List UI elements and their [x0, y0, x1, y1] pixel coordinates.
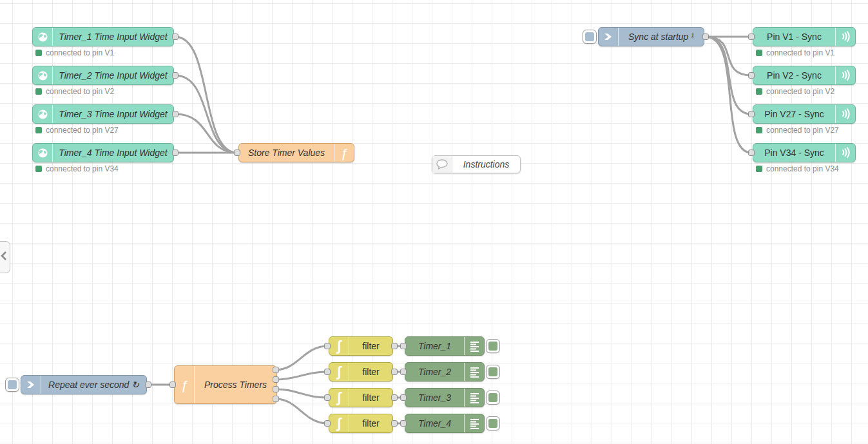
- status-dot-icon: [756, 127, 762, 133]
- port-input[interactable]: [748, 34, 755, 40]
- debug-toggle-button[interactable]: [486, 416, 500, 430]
- node-label: filter: [349, 337, 392, 355]
- port-output[interactable]: [391, 369, 398, 375]
- wire[interactable]: [175, 114, 237, 153]
- node-label: Timer_4 Time Input Widget: [53, 144, 173, 162]
- node-status: connected to pin V34: [756, 164, 839, 173]
- node-debug-timer-2[interactable]: Timer_2: [405, 362, 485, 381]
- node-timer-widget-3[interactable]: Timer_3 Time Input Widget: [32, 104, 174, 124]
- port-output[interactable]: [172, 111, 178, 117]
- port-input[interactable]: [748, 72, 755, 79]
- port-output[interactable]: [145, 381, 151, 388]
- flow-canvas[interactable]: Timer_1 Time Input Widget Timer_2 Time I…: [0, 0, 868, 444]
- node-label: Pin V27 - Sync: [753, 105, 835, 123]
- status-dot-icon: [35, 127, 42, 133]
- port-output[interactable]: [172, 72, 178, 79]
- node-timer-widget-4[interactable]: Timer_4 Time Input Widget: [32, 143, 174, 162]
- port-output[interactable]: [273, 386, 279, 392]
- node-label: Pin V34 - Sync: [753, 144, 835, 162]
- node-label: filter: [349, 389, 392, 407]
- port-output[interactable]: [172, 34, 178, 40]
- node-label: filter: [349, 414, 392, 432]
- node-status: connected to pin V27: [756, 126, 839, 135]
- node-label: Timer_3: [405, 389, 464, 407]
- inject-button[interactable]: [583, 30, 597, 44]
- node-label: Timer_3 Time Input Widget: [53, 105, 173, 123]
- wire[interactable]: [276, 372, 327, 380]
- port-input[interactable]: [748, 111, 755, 117]
- sidebar-collapse-button[interactable]: [0, 241, 10, 273]
- node-debug-timer-3[interactable]: Timer_3: [405, 388, 485, 407]
- port-input[interactable]: [324, 394, 331, 401]
- debug-toggle-button[interactable]: [486, 391, 500, 405]
- port-output[interactable]: [273, 376, 279, 383]
- port-input[interactable]: [234, 150, 240, 156]
- port-output[interactable]: [391, 420, 398, 427]
- sync-waves-icon: [835, 28, 855, 46]
- inject-arrow-icon: [21, 376, 41, 394]
- chevron-left-icon: [0, 250, 8, 264]
- port-input[interactable]: [324, 343, 331, 349]
- node-status: connected to pin V27: [35, 126, 119, 135]
- node-label: Timer_2 Time Input Widget: [53, 66, 173, 84]
- node-timer-widget-2[interactable]: Timer_2 Time Input Widget: [32, 66, 174, 85]
- status-dot-icon: [35, 50, 42, 56]
- port-output[interactable]: [702, 34, 709, 40]
- node-debug-timer-1[interactable]: Timer_1: [405, 336, 485, 356]
- function-icon: ƒ: [334, 144, 354, 162]
- port-output[interactable]: [273, 367, 279, 373]
- node-label: Repeat ever second ↻: [41, 376, 146, 394]
- node-instructions-comment[interactable]: Instructions: [432, 155, 521, 173]
- wire[interactable]: [175, 37, 237, 153]
- switch-icon: ∫: [329, 389, 349, 407]
- node-pin-v1-sync[interactable]: Pin V1 - Sync: [753, 27, 856, 46]
- node-pin-v2-sync[interactable]: Pin V2 - Sync: [753, 66, 856, 85]
- node-timer-widget-1[interactable]: Timer_1 Time Input Widget: [32, 27, 174, 46]
- wire[interactable]: [175, 75, 237, 153]
- port-input[interactable]: [400, 369, 407, 375]
- wire[interactable]: [276, 389, 327, 398]
- node-label: Timer_2: [405, 363, 464, 381]
- status-text: connected to pin V1: [46, 48, 114, 57]
- debug-toggle-button[interactable]: [486, 339, 500, 353]
- node-label: Process Timers: [195, 366, 276, 403]
- node-pin-v34-sync[interactable]: Pin V34 - Sync: [753, 143, 856, 162]
- port-input[interactable]: [324, 420, 331, 427]
- port-output[interactable]: [172, 150, 178, 156]
- node-status: connected to pin V1: [756, 48, 834, 57]
- status-dot-icon: [35, 88, 42, 95]
- port-input[interactable]: [400, 343, 407, 349]
- node-label: Timer_4: [405, 414, 464, 432]
- node-debug-timer-4[interactable]: Timer_4: [405, 414, 485, 433]
- node-status: connected to pin V1: [35, 48, 114, 57]
- node-filter-2[interactable]: ∫ filter: [329, 362, 393, 381]
- port-input[interactable]: [324, 369, 331, 375]
- port-input[interactable]: [400, 420, 407, 427]
- port-input[interactable]: [169, 381, 176, 388]
- port-output[interactable]: [391, 343, 398, 349]
- node-filter-1[interactable]: ∫ filter: [329, 336, 393, 356]
- status-text: connected to pin V27: [766, 126, 839, 135]
- node-filter-3[interactable]: ∫ filter: [329, 388, 393, 407]
- debug-toggle-button[interactable]: [486, 365, 500, 379]
- port-input[interactable]: [400, 394, 407, 401]
- node-filter-4[interactable]: ∫ filter: [329, 414, 393, 433]
- node-pin-v27-sync[interactable]: Pin V27 - Sync: [753, 104, 856, 124]
- node-store-timer-values[interactable]: Store Timer Values ƒ: [238, 143, 354, 162]
- status-dot-icon: [756, 88, 762, 95]
- debug-list-icon: [464, 363, 484, 381]
- port-output[interactable]: [273, 396, 279, 402]
- node-status: connected to pin V34: [35, 164, 119, 173]
- node-label: Instructions: [452, 156, 520, 173]
- node-sync-at-startup[interactable]: Sync at startup ¹: [598, 27, 704, 46]
- switch-icon: ∫: [329, 337, 349, 355]
- sync-waves-icon: [835, 66, 855, 84]
- node-process-timers[interactable]: ƒ Process Timers: [174, 365, 277, 404]
- port-input[interactable]: [748, 150, 755, 156]
- wire[interactable]: [276, 399, 327, 423]
- node-repeat-inject[interactable]: Repeat ever second ↻: [21, 375, 147, 394]
- inject-button[interactable]: [5, 378, 19, 392]
- port-output[interactable]: [391, 394, 398, 401]
- wire[interactable]: [276, 346, 327, 370]
- node-label: Store Timer Values: [239, 144, 334, 162]
